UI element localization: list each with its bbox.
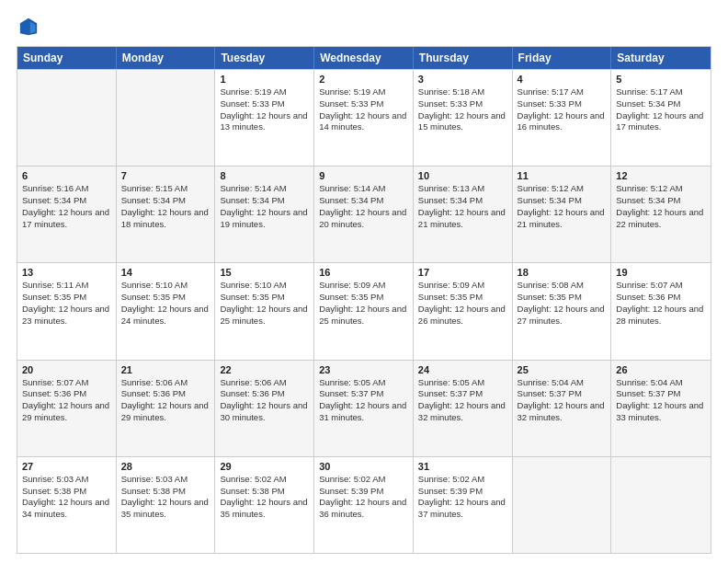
calendar-page: SundayMondayTuesdayWednesdayThursdayFrid…	[0, 0, 728, 563]
header	[17, 17, 711, 37]
day-cell: 1Sunrise: 5:19 AM Sunset: 5:33 PM Daylig…	[215, 70, 314, 166]
day-cell: 6Sunrise: 5:16 AM Sunset: 5:34 PM Daylig…	[17, 167, 117, 262]
cell-info: Sunrise: 5:19 AM Sunset: 5:33 PM Dayligh…	[220, 86, 309, 133]
weekday-header: Saturday	[611, 47, 711, 69]
day-number: 8	[220, 170, 309, 181]
cell-info: Sunrise: 5:06 AM Sunset: 5:36 PM Dayligh…	[121, 377, 210, 424]
day-cell: 3Sunrise: 5:18 AM Sunset: 5:33 PM Daylig…	[414, 70, 513, 166]
day-number: 15	[220, 267, 309, 278]
cell-info: Sunrise: 5:04 AM Sunset: 5:37 PM Dayligh…	[616, 377, 706, 424]
cell-info: Sunrise: 5:17 AM Sunset: 5:33 PM Dayligh…	[518, 86, 607, 133]
day-number: 9	[319, 170, 408, 181]
calendar-row: 13Sunrise: 5:11 AM Sunset: 5:35 PM Dayli…	[17, 262, 711, 359]
cell-info: Sunrise: 5:03 AM Sunset: 5:38 PM Dayligh…	[121, 474, 210, 521]
day-cell: 20Sunrise: 5:07 AM Sunset: 5:36 PM Dayli…	[17, 361, 117, 456]
calendar-row: 6Sunrise: 5:16 AM Sunset: 5:34 PM Daylig…	[17, 166, 711, 262]
day-number: 4	[518, 74, 607, 85]
day-cell: 11Sunrise: 5:12 AM Sunset: 5:34 PM Dayli…	[513, 167, 612, 262]
cell-info: Sunrise: 5:02 AM Sunset: 5:39 PM Dayligh…	[319, 474, 408, 521]
day-cell: 17Sunrise: 5:09 AM Sunset: 5:35 PM Dayli…	[414, 263, 513, 359]
cell-info: Sunrise: 5:08 AM Sunset: 5:35 PM Dayligh…	[518, 280, 607, 327]
day-cell: 16Sunrise: 5:09 AM Sunset: 5:35 PM Dayli…	[314, 263, 414, 359]
day-number: 5	[616, 74, 706, 85]
day-number: 1	[220, 74, 309, 85]
day-number: 2	[319, 74, 408, 85]
cell-info: Sunrise: 5:02 AM Sunset: 5:38 PM Dayligh…	[220, 474, 309, 521]
weekday-header: Wednesday	[314, 47, 414, 69]
cell-info: Sunrise: 5:12 AM Sunset: 5:34 PM Dayligh…	[518, 183, 607, 230]
cell-info: Sunrise: 5:12 AM Sunset: 5:34 PM Dayligh…	[616, 183, 706, 230]
logo	[17, 17, 39, 37]
day-number: 22	[220, 364, 309, 375]
day-number: 26	[616, 364, 706, 375]
cell-info: Sunrise: 5:14 AM Sunset: 5:34 PM Dayligh…	[319, 183, 408, 230]
cell-info: Sunrise: 5:07 AM Sunset: 5:36 PM Dayligh…	[22, 377, 111, 424]
day-number: 13	[22, 267, 111, 278]
day-cell: 10Sunrise: 5:13 AM Sunset: 5:34 PM Dayli…	[414, 167, 513, 262]
day-number: 3	[418, 74, 507, 85]
day-cell: 27Sunrise: 5:03 AM Sunset: 5:38 PM Dayli…	[17, 457, 117, 553]
cell-info: Sunrise: 5:06 AM Sunset: 5:36 PM Dayligh…	[220, 377, 309, 424]
day-number: 10	[418, 170, 507, 181]
empty-cell	[17, 70, 117, 166]
cell-info: Sunrise: 5:11 AM Sunset: 5:35 PM Dayligh…	[22, 280, 111, 327]
day-number: 25	[518, 364, 607, 375]
cell-info: Sunrise: 5:04 AM Sunset: 5:37 PM Dayligh…	[518, 377, 607, 424]
weekday-header: Tuesday	[215, 47, 314, 69]
day-number: 24	[418, 364, 507, 375]
day-cell: 26Sunrise: 5:04 AM Sunset: 5:37 PM Dayli…	[611, 361, 711, 456]
cell-info: Sunrise: 5:17 AM Sunset: 5:34 PM Dayligh…	[616, 86, 706, 133]
empty-cell	[117, 70, 216, 166]
weekday-header: Friday	[513, 47, 612, 69]
cell-info: Sunrise: 5:14 AM Sunset: 5:34 PM Dayligh…	[220, 183, 309, 230]
day-cell: 28Sunrise: 5:03 AM Sunset: 5:38 PM Dayli…	[117, 457, 216, 553]
cell-info: Sunrise: 5:05 AM Sunset: 5:37 PM Dayligh…	[319, 377, 408, 424]
cell-info: Sunrise: 5:19 AM Sunset: 5:33 PM Dayligh…	[319, 86, 408, 133]
day-number: 21	[121, 364, 210, 375]
calendar-row: 1Sunrise: 5:19 AM Sunset: 5:33 PM Daylig…	[17, 69, 711, 166]
logo-icon	[18, 17, 39, 37]
day-number: 14	[121, 267, 210, 278]
day-cell: 9Sunrise: 5:14 AM Sunset: 5:34 PM Daylig…	[314, 167, 414, 262]
day-number: 29	[220, 461, 309, 472]
day-number: 28	[121, 461, 210, 472]
cell-info: Sunrise: 5:03 AM Sunset: 5:38 PM Dayligh…	[22, 474, 111, 521]
day-cell: 15Sunrise: 5:10 AM Sunset: 5:35 PM Dayli…	[215, 263, 314, 359]
day-number: 12	[616, 170, 706, 181]
day-number: 31	[418, 461, 507, 472]
empty-cell	[513, 457, 612, 553]
day-number: 30	[319, 461, 408, 472]
cell-info: Sunrise: 5:13 AM Sunset: 5:34 PM Dayligh…	[418, 183, 507, 230]
day-cell: 23Sunrise: 5:05 AM Sunset: 5:37 PM Dayli…	[314, 361, 414, 456]
day-cell: 18Sunrise: 5:08 AM Sunset: 5:35 PM Dayli…	[513, 263, 612, 359]
day-number: 7	[121, 170, 210, 181]
day-cell: 29Sunrise: 5:02 AM Sunset: 5:38 PM Dayli…	[215, 457, 314, 553]
day-cell: 8Sunrise: 5:14 AM Sunset: 5:34 PM Daylig…	[215, 167, 314, 262]
cell-info: Sunrise: 5:09 AM Sunset: 5:35 PM Dayligh…	[418, 280, 507, 327]
weekday-header: Monday	[117, 47, 216, 69]
cell-info: Sunrise: 5:07 AM Sunset: 5:36 PM Dayligh…	[616, 280, 706, 327]
day-cell: 21Sunrise: 5:06 AM Sunset: 5:36 PM Dayli…	[117, 361, 216, 456]
day-cell: 2Sunrise: 5:19 AM Sunset: 5:33 PM Daylig…	[314, 70, 414, 166]
day-number: 11	[518, 170, 607, 181]
day-cell: 7Sunrise: 5:15 AM Sunset: 5:34 PM Daylig…	[117, 167, 216, 262]
cell-info: Sunrise: 5:05 AM Sunset: 5:37 PM Dayligh…	[418, 377, 507, 424]
calendar: SundayMondayTuesdayWednesdayThursdayFrid…	[17, 46, 711, 554]
cell-info: Sunrise: 5:15 AM Sunset: 5:34 PM Dayligh…	[121, 183, 210, 230]
calendar-row: 27Sunrise: 5:03 AM Sunset: 5:38 PM Dayli…	[17, 456, 711, 553]
day-cell: 4Sunrise: 5:17 AM Sunset: 5:33 PM Daylig…	[513, 70, 612, 166]
cell-info: Sunrise: 5:10 AM Sunset: 5:35 PM Dayligh…	[121, 280, 210, 327]
day-cell: 14Sunrise: 5:10 AM Sunset: 5:35 PM Dayli…	[117, 263, 216, 359]
day-number: 18	[518, 267, 607, 278]
day-number: 20	[22, 364, 111, 375]
empty-cell	[611, 457, 711, 553]
weekday-header: Sunday	[17, 47, 117, 69]
day-cell: 25Sunrise: 5:04 AM Sunset: 5:37 PM Dayli…	[513, 361, 612, 456]
day-cell: 24Sunrise: 5:05 AM Sunset: 5:37 PM Dayli…	[414, 361, 513, 456]
day-cell: 22Sunrise: 5:06 AM Sunset: 5:36 PM Dayli…	[215, 361, 314, 456]
day-number: 16	[319, 267, 408, 278]
weekday-header: Thursday	[414, 47, 513, 69]
day-number: 27	[22, 461, 111, 472]
day-cell: 19Sunrise: 5:07 AM Sunset: 5:36 PM Dayli…	[611, 263, 711, 359]
day-number: 17	[418, 267, 507, 278]
